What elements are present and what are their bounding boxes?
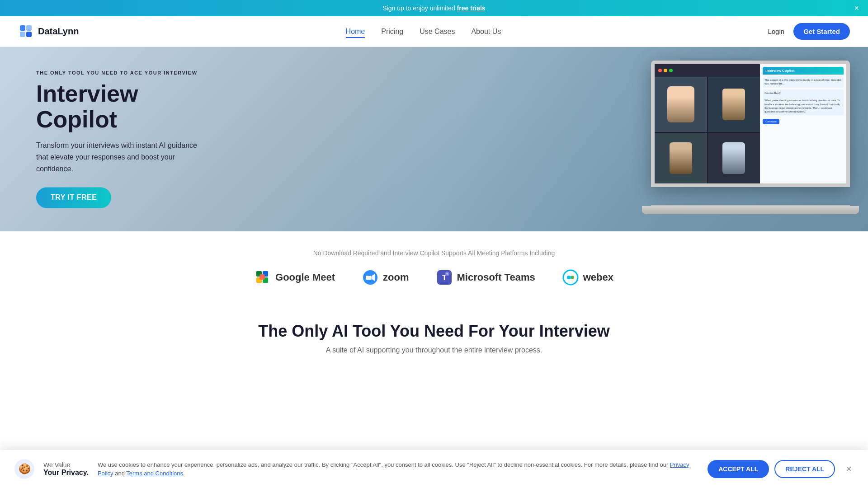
- logo-text: DataLynn: [38, 26, 79, 37]
- platform-google-meet: Google Meet: [255, 269, 335, 286]
- google-meet-icon: [255, 269, 271, 286]
- logo[interactable]: DataLynn: [18, 23, 79, 40]
- google-meet-label: Google Meet: [275, 272, 335, 283]
- copilot-generate-button[interactable]: Generate: [763, 119, 779, 124]
- platforms-tagline: No Download Required and Interview Copil…: [18, 249, 850, 257]
- nav-home[interactable]: Home: [346, 28, 365, 38]
- svg-rect-12: [366, 276, 372, 280]
- copilot-panel: Interview Copilot The aspect of a live i…: [760, 64, 846, 183]
- hero-tag: THE ONLY TOOL YOU NEED TO ACE YOUR INTER…: [36, 70, 208, 75]
- webex-label: webex: [583, 272, 613, 283]
- platform-teams: T T Microsoft Teams: [436, 269, 535, 286]
- nav-pricing[interactable]: Pricing: [381, 28, 403, 37]
- nav-right: Login Get Started: [768, 23, 850, 40]
- top-banner: Sign up to enjoy unlimited free trials ×: [0, 0, 868, 16]
- laptop-screen: Interview Copilot The aspect of a live i…: [651, 61, 850, 187]
- hero-content: THE ONLY TOOL YOU NEED TO ACE YOUR INTER…: [36, 70, 208, 208]
- teams-label: Microsoft Teams: [457, 272, 535, 283]
- laptop-base: [642, 206, 859, 214]
- webex-icon: [562, 269, 579, 286]
- banner-text: Sign up to enjoy unlimited: [382, 5, 457, 12]
- login-button[interactable]: Login: [768, 28, 784, 35]
- nav-about-us[interactable]: About Us: [471, 28, 501, 37]
- navbar: DataLynn Home Pricing Use Cases About Us…: [0, 16, 868, 47]
- platform-zoom: zoom: [362, 269, 409, 286]
- svg-text:T: T: [446, 272, 448, 276]
- laptop-mockup: Interview Copilot The aspect of a live i…: [651, 61, 850, 214]
- get-started-button[interactable]: Get Started: [793, 23, 850, 40]
- bottom-subtitle: A suite of AI supporting you throughout …: [18, 346, 850, 354]
- copilot-question: The aspect of a live interview to tackle…: [763, 76, 844, 88]
- banner-close-button[interactable]: ×: [854, 4, 859, 12]
- meeting-participant-1: [655, 77, 707, 132]
- meeting-participant-4: [708, 133, 760, 183]
- hero-section: Interview Copilot The aspect of a live i…: [0, 47, 868, 231]
- copilot-answer: Concise Reply When you're directing a cu…: [763, 89, 844, 116]
- svg-rect-2: [26, 25, 32, 31]
- meeting-participant-3: [655, 133, 707, 183]
- zoom-label: zoom: [383, 272, 409, 283]
- bottom-title: The Only AI Tool You Need For Your Inter…: [18, 322, 850, 341]
- banner-link[interactable]: free trials: [457, 5, 486, 12]
- svg-rect-4: [26, 32, 32, 37]
- hero-description: Transform your interviews with instant A…: [36, 140, 208, 175]
- svg-rect-1: [20, 25, 25, 31]
- nav-links: Home Pricing Use Cases About Us: [346, 28, 501, 36]
- meeting-participant-2: [708, 77, 760, 132]
- svg-rect-3: [20, 32, 25, 37]
- platform-webex: webex: [562, 269, 613, 286]
- bottom-section: The Only AI Tool You Need For Your Inter…: [0, 295, 868, 372]
- copilot-header: Interview Copilot: [763, 67, 844, 75]
- teams-icon: T T: [436, 269, 453, 286]
- zoom-icon: [362, 269, 378, 286]
- platforms-logos: Google Meet zoom T T Microsoft Teams: [18, 269, 850, 286]
- hero-cta-button[interactable]: TRY IT FREE: [36, 188, 111, 208]
- video-call-area: [655, 64, 760, 183]
- hero-title: Interview Copilot: [36, 81, 208, 132]
- platforms-section: No Download Required and Interview Copil…: [0, 231, 868, 295]
- svg-rect-10: [259, 274, 265, 280]
- logo-icon: [18, 23, 34, 40]
- nav-use-cases[interactable]: Use Cases: [420, 28, 455, 37]
